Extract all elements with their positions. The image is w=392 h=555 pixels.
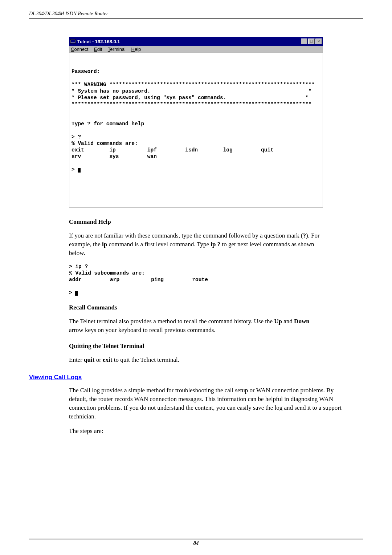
steps-intro: The steps are: [69,427,352,436]
cursor-icon [75,291,78,296]
commands-row-2: srv sys wan [72,154,157,159]
stars-line: ****************************************… [72,101,311,107]
recall-commands-paragraph: The Telnet terminal also provides a meth… [69,317,323,335]
terminal-body: Password: *** WARNING ******************… [69,53,323,207]
command-help-heading: Command Help [69,218,323,226]
menu-edit[interactable]: Edit [94,46,102,52]
menu-help[interactable]: Help [131,46,141,52]
please-set-line: * Please set password, using "sys pass" … [72,95,309,101]
page-footer: 84 [29,539,363,546]
menu-terminal[interactable]: Terminal [108,46,126,52]
type-help-line: Type ? for command help [72,121,144,127]
prompt-question: > ? [72,134,81,140]
subcommand-block: > ip ? % Valid subcommands are: addr arp… [69,263,323,296]
prompt-cursor: > [72,167,81,173]
valid-commands-line: % Valid commands are: [72,141,138,146]
password-prompt: Password: [72,69,100,74]
cursor-icon [78,168,81,173]
titlebar-buttons: _ □ × [301,39,322,44]
menubar: Connect Edit Terminal Help [69,46,323,53]
recall-commands-heading: Recall Commands [69,304,323,311]
close-button[interactable]: × [315,39,322,44]
menu-connect[interactable]: Connect [71,46,88,52]
quitting-paragraph: Enter quit or exit to quit the Telnet te… [69,356,323,364]
titlebar: Telnet - 192.168.0.1 _ □ × [69,37,323,46]
quitting-heading: Quitting the Telnet Terminal [69,343,323,350]
no-password-line: * System has no password. * [72,88,311,94]
telnet-icon [70,39,76,44]
header-rule [29,18,363,19]
command-help-paragraph: If you are not familiar with these comma… [69,231,323,258]
commands-row-1: exit ip ipf isdn log quit [72,147,274,153]
minimize-button[interactable]: _ [301,39,307,44]
viewing-call-logs-heading[interactable]: Viewing Call Logs [29,374,392,381]
doc-title: DI-304/DI-304M ISDN Remote Router [29,11,363,17]
page-header: DI-304/DI-304M ISDN Remote Router [0,0,392,19]
page-number: 84 [29,540,363,546]
viewing-call-logs-paragraph: The Call log provides a simple method fo… [69,386,352,421]
window-title: Telnet - 192.168.0.1 [77,39,301,44]
footer-rule [29,539,363,539]
telnet-window: Telnet - 192.168.0.1 _ □ × Connect Edit … [69,37,323,207]
maximize-button[interactable]: □ [308,39,315,44]
warning-line: *** WARNING ****************************… [72,82,315,88]
svg-rect-1 [71,40,75,42]
